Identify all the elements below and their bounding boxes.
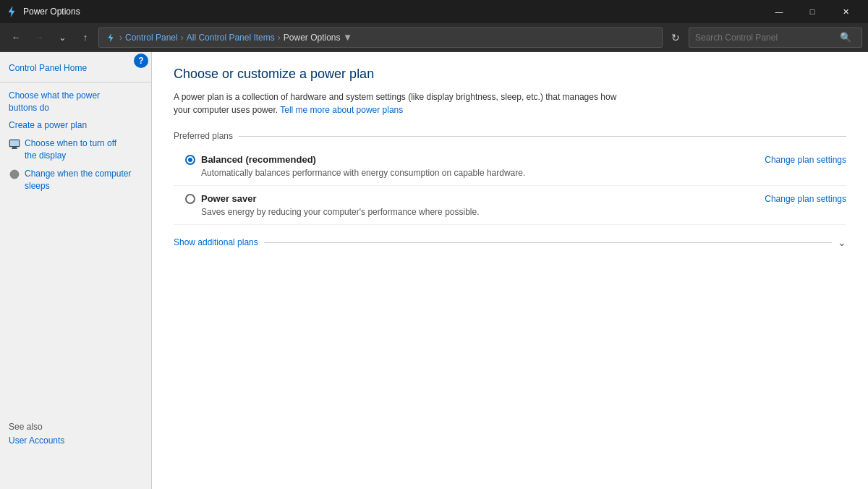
up-button[interactable]: ↑ [75, 27, 95, 48]
svg-marker-1 [109, 33, 114, 41]
search-box[interactable]: 🔍 [689, 27, 862, 48]
refresh-button[interactable]: ↻ [665, 27, 686, 48]
user-accounts-link[interactable]: User Accounts [9, 435, 64, 446]
help-button[interactable]: ? [134, 54, 148, 68]
address-dropdown-button[interactable]: ▼ [340, 27, 354, 48]
page-title: Choose or customize a power plan [174, 67, 846, 82]
see-also-section: See also User Accounts [0, 422, 151, 446]
sidebar-item-sleep[interactable]: Change when the computersleeps [0, 165, 151, 195]
preferred-plans-label: Preferred plans [174, 131, 846, 141]
title-bar: Power Options — □ ✕ [0, 0, 868, 23]
sidebar-item-create-plan[interactable]: Create a power plan [0, 116, 151, 135]
plan-power-saver-radio[interactable] [185, 194, 195, 204]
sidebar-item-home[interactable]: Control Panel Home [0, 59, 151, 77]
breadcrumb-control-panel[interactable]: Control Panel [125, 33, 178, 43]
see-also-title: See also [9, 422, 142, 432]
sidebar: ? Control Panel Home Choose what the pow… [0, 52, 152, 489]
app-icon [6, 6, 17, 17]
sidebar-divider-1 [0, 82, 151, 82]
sleep-icon [9, 169, 20, 180]
content-description: A power plan is a collection of hardware… [174, 90, 622, 116]
power-buttons-link[interactable]: Choose what the powerbuttons do [9, 90, 100, 114]
display-icon [9, 138, 20, 150]
recent-locations-button[interactable]: ⌄ [52, 27, 72, 48]
plan-power-saver-desc: Saves energy by reducing your computer's… [185, 207, 846, 217]
sidebar-item-power-buttons[interactable]: Choose what the powerbuttons do [0, 87, 151, 117]
plan-balanced-radio[interactable] [185, 155, 195, 165]
plan-balanced-change-link[interactable]: Change plan settings [765, 155, 846, 165]
svg-marker-0 [9, 7, 14, 17]
address-bar: ← → ⌄ ↑ › Control Panel › All Control Pa… [0, 23, 868, 52]
forward-button[interactable]: → [29, 27, 49, 48]
svg-rect-3 [10, 140, 19, 146]
plan-balanced-header: Balanced (recommended) Change plan setti… [185, 154, 846, 165]
show-additional-plans[interactable]: Show additional plans ⌄ [174, 237, 846, 248]
back-button[interactable]: ← [6, 27, 26, 48]
plan-power-saver: Power saver Change plan settings Saves e… [174, 186, 846, 225]
close-button[interactable]: ✕ [829, 0, 862, 23]
plan-balanced: Balanced (recommended) Change plan setti… [174, 147, 846, 186]
window-controls: — □ ✕ [762, 0, 862, 23]
svg-rect-4 [12, 147, 17, 148]
content-area: Choose or customize a power plan A power… [152, 52, 868, 489]
address-input[interactable]: › Control Panel › All Control Panel Item… [98, 27, 663, 48]
plan-power-saver-change-link[interactable]: Change plan settings [765, 194, 846, 204]
breadcrumb: › Control Panel › All Control Panel Item… [105, 32, 340, 43]
chevron-down-icon: ⌄ [838, 237, 846, 248]
search-input[interactable] [695, 33, 840, 43]
plan-power-saver-name: Power saver [201, 193, 257, 204]
plan-balanced-name: Balanced (recommended) [201, 154, 316, 165]
turn-off-display-link[interactable]: Choose when to turn offthe display [25, 137, 116, 162]
main-layout: ? Control Panel Home Choose what the pow… [0, 52, 868, 489]
plan-balanced-label[interactable]: Balanced (recommended) [185, 154, 316, 165]
svg-point-6 [10, 170, 19, 179]
breadcrumb-power-options[interactable]: Power Options [284, 33, 341, 43]
window-title: Power Options [23, 7, 762, 17]
plan-power-saver-label[interactable]: Power saver [185, 193, 257, 204]
show-additional-text[interactable]: Show additional plans [174, 237, 258, 247]
sidebar-item-turn-off-display[interactable]: Choose when to turn offthe display [0, 135, 151, 165]
create-plan-link[interactable]: Create a power plan [9, 119, 87, 132]
search-icon: 🔍 [840, 32, 851, 43]
svg-rect-5 [12, 148, 17, 149]
minimize-button[interactable]: — [762, 0, 796, 23]
home-link[interactable]: Control Panel Home [9, 62, 87, 75]
plan-balanced-desc: Automatically balances performance with … [185, 168, 846, 178]
show-additional-line [264, 242, 832, 243]
breadcrumb-all-items[interactable]: All Control Panel Items [187, 33, 275, 43]
sleep-link[interactable]: Change when the computersleeps [25, 168, 131, 192]
plan-power-saver-header: Power saver Change plan settings [185, 193, 846, 204]
learn-more-link[interactable]: Tell me more about power plans [280, 105, 403, 115]
maximize-button[interactable]: □ [796, 0, 829, 23]
